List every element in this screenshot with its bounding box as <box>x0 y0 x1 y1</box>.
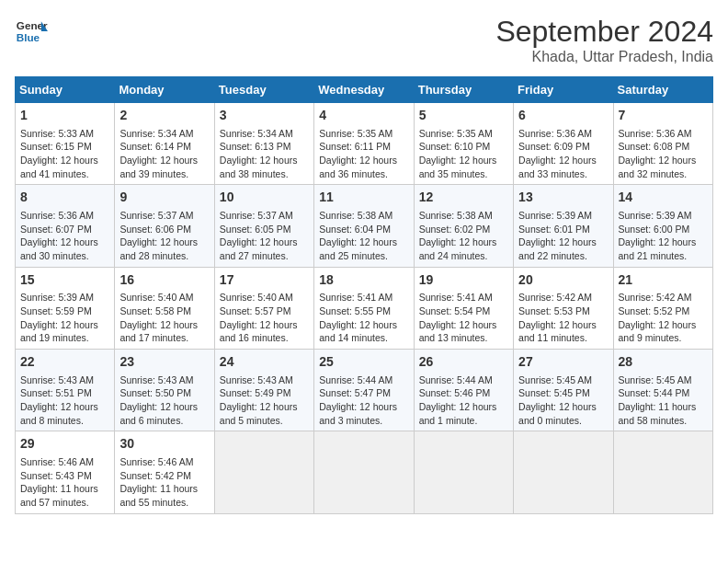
day-number: 14 <box>619 189 708 207</box>
calendar-week-row: 15Sunrise: 5:39 AMSunset: 5:59 PMDayligh… <box>16 267 713 349</box>
logo-icon: General Blue <box>15 15 48 48</box>
calendar-day-cell: 4Sunrise: 5:35 AMSunset: 6:11 PMDaylight… <box>314 103 414 185</box>
day-number: 7 <box>619 107 708 125</box>
header-tuesday: Tuesday <box>214 77 313 103</box>
day-info: Sunrise: 5:46 AMSunset: 5:42 PMDaylight:… <box>119 456 198 508</box>
day-number: 27 <box>518 353 608 372</box>
day-number: 3 <box>220 107 309 125</box>
header-friday: Friday <box>514 77 613 103</box>
calendar-day-cell: 27Sunrise: 5:45 AMSunset: 5:45 PMDayligh… <box>514 350 613 431</box>
day-number: 18 <box>319 271 408 290</box>
day-number: 17 <box>220 271 309 290</box>
day-number: 10 <box>220 189 309 207</box>
calendar-day-cell <box>314 431 414 513</box>
day-number: 24 <box>220 353 309 372</box>
calendar-day-cell: 23Sunrise: 5:43 AMSunset: 5:50 PMDayligh… <box>115 350 214 431</box>
calendar-header-row: SundayMondayTuesdayWednesdayThursdayFrid… <box>16 77 713 103</box>
header-monday: Monday <box>115 77 214 103</box>
calendar-day-cell: 29Sunrise: 5:46 AMSunset: 5:43 PMDayligh… <box>16 431 115 513</box>
logo: General Blue <box>15 15 48 48</box>
day-info: Sunrise: 5:36 AMSunset: 6:09 PMDaylight:… <box>518 128 597 179</box>
day-number: 30 <box>119 435 209 454</box>
calendar-day-cell: 10Sunrise: 5:37 AMSunset: 6:05 PMDayligh… <box>214 185 313 267</box>
day-info: Sunrise: 5:36 AMSunset: 6:07 PMDaylight:… <box>20 210 98 261</box>
day-info: Sunrise: 5:38 AMSunset: 6:02 PMDaylight:… <box>419 210 497 261</box>
day-info: Sunrise: 5:40 AMSunset: 5:57 PMDaylight:… <box>220 292 298 343</box>
day-info: Sunrise: 5:40 AMSunset: 5:58 PMDaylight:… <box>119 292 198 343</box>
day-number: 28 <box>619 353 708 372</box>
calendar-day-cell: 22Sunrise: 5:43 AMSunset: 5:51 PMDayligh… <box>16 350 115 431</box>
day-number: 4 <box>319 107 408 125</box>
calendar-day-cell: 21Sunrise: 5:42 AMSunset: 5:52 PMDayligh… <box>613 267 712 349</box>
day-info: Sunrise: 5:34 AMSunset: 6:14 PMDaylight:… <box>119 128 198 179</box>
day-info: Sunrise: 5:39 AMSunset: 6:01 PMDaylight:… <box>518 210 597 261</box>
calendar-day-cell: 8Sunrise: 5:36 AMSunset: 6:07 PMDaylight… <box>16 185 115 267</box>
day-number: 20 <box>518 271 608 290</box>
day-info: Sunrise: 5:45 AMSunset: 5:44 PMDaylight:… <box>619 374 697 426</box>
day-number: 26 <box>419 353 508 372</box>
day-number: 8 <box>20 189 109 207</box>
calendar-week-row: 29Sunrise: 5:46 AMSunset: 5:43 PMDayligh… <box>16 431 713 513</box>
calendar-week-row: 22Sunrise: 5:43 AMSunset: 5:51 PMDayligh… <box>16 350 713 431</box>
calendar-day-cell: 15Sunrise: 5:39 AMSunset: 5:59 PMDayligh… <box>16 267 115 349</box>
day-info: Sunrise: 5:44 AMSunset: 5:47 PMDaylight:… <box>319 374 397 426</box>
calendar-day-cell: 12Sunrise: 5:38 AMSunset: 6:02 PMDayligh… <box>414 185 513 267</box>
calendar-day-cell <box>613 431 712 513</box>
header-wednesday: Wednesday <box>314 77 414 103</box>
calendar-day-cell: 25Sunrise: 5:44 AMSunset: 5:47 PMDayligh… <box>314 350 414 431</box>
calendar-day-cell <box>214 431 313 513</box>
day-info: Sunrise: 5:42 AMSunset: 5:53 PMDaylight:… <box>518 292 597 343</box>
day-info: Sunrise: 5:34 AMSunset: 6:13 PMDaylight:… <box>220 128 298 179</box>
day-info: Sunrise: 5:37 AMSunset: 6:05 PMDaylight:… <box>220 210 298 261</box>
day-info: Sunrise: 5:45 AMSunset: 5:45 PMDaylight:… <box>518 374 597 426</box>
page-subtitle: Khada, Uttar Pradesh, India <box>495 49 713 65</box>
calendar-day-cell: 1Sunrise: 5:33 AMSunset: 6:15 PMDaylight… <box>16 103 115 185</box>
calendar-day-cell <box>414 431 513 513</box>
header-saturday: Saturday <box>613 77 712 103</box>
calendar-day-cell: 6Sunrise: 5:36 AMSunset: 6:09 PMDaylight… <box>514 103 613 185</box>
calendar-day-cell: 3Sunrise: 5:34 AMSunset: 6:13 PMDaylight… <box>214 103 313 185</box>
calendar-day-cell: 19Sunrise: 5:41 AMSunset: 5:54 PMDayligh… <box>414 267 513 349</box>
calendar-day-cell: 30Sunrise: 5:46 AMSunset: 5:42 PMDayligh… <box>115 431 214 513</box>
day-info: Sunrise: 5:39 AMSunset: 5:59 PMDaylight:… <box>20 292 98 343</box>
calendar-day-cell: 11Sunrise: 5:38 AMSunset: 6:04 PMDayligh… <box>314 185 414 267</box>
day-number: 21 <box>619 271 708 290</box>
day-info: Sunrise: 5:43 AMSunset: 5:49 PMDaylight:… <box>220 374 298 426</box>
day-number: 23 <box>119 353 209 372</box>
day-number: 19 <box>419 271 508 290</box>
day-info: Sunrise: 5:44 AMSunset: 5:46 PMDaylight:… <box>419 374 497 426</box>
day-number: 29 <box>20 435 109 454</box>
calendar-table: SundayMondayTuesdayWednesdayThursdayFrid… <box>15 76 713 514</box>
title-area: September 2024 Khada, Uttar Pradesh, Ind… <box>495 15 713 65</box>
day-number: 15 <box>20 271 109 290</box>
calendar-week-row: 8Sunrise: 5:36 AMSunset: 6:07 PMDaylight… <box>16 185 713 267</box>
day-info: Sunrise: 5:37 AMSunset: 6:06 PMDaylight:… <box>119 210 198 261</box>
calendar-day-cell: 13Sunrise: 5:39 AMSunset: 6:01 PMDayligh… <box>514 185 613 267</box>
day-number: 2 <box>119 107 209 125</box>
calendar-day-cell: 5Sunrise: 5:35 AMSunset: 6:10 PMDaylight… <box>414 103 513 185</box>
day-number: 11 <box>319 189 408 207</box>
day-number: 13 <box>518 189 608 207</box>
calendar-day-cell: 18Sunrise: 5:41 AMSunset: 5:55 PMDayligh… <box>314 267 414 349</box>
day-info: Sunrise: 5:46 AMSunset: 5:43 PMDaylight:… <box>20 456 98 508</box>
calendar-day-cell: 16Sunrise: 5:40 AMSunset: 5:58 PMDayligh… <box>115 267 214 349</box>
calendar-day-cell: 14Sunrise: 5:39 AMSunset: 6:00 PMDayligh… <box>613 185 712 267</box>
calendar-day-cell: 17Sunrise: 5:40 AMSunset: 5:57 PMDayligh… <box>214 267 313 349</box>
calendar-day-cell: 7Sunrise: 5:36 AMSunset: 6:08 PMDaylight… <box>613 103 712 185</box>
day-info: Sunrise: 5:41 AMSunset: 5:54 PMDaylight:… <box>419 292 497 343</box>
header-sunday: Sunday <box>16 77 115 103</box>
svg-text:Blue: Blue <box>17 31 40 43</box>
calendar-day-cell: 26Sunrise: 5:44 AMSunset: 5:46 PMDayligh… <box>414 350 513 431</box>
day-number: 25 <box>319 353 408 372</box>
day-info: Sunrise: 5:35 AMSunset: 6:10 PMDaylight:… <box>419 128 497 179</box>
calendar-day-cell: 28Sunrise: 5:45 AMSunset: 5:44 PMDayligh… <box>613 350 712 431</box>
day-number: 16 <box>119 271 209 290</box>
calendar-day-cell: 2Sunrise: 5:34 AMSunset: 6:14 PMDaylight… <box>115 103 214 185</box>
day-info: Sunrise: 5:36 AMSunset: 6:08 PMDaylight:… <box>619 128 697 179</box>
day-info: Sunrise: 5:35 AMSunset: 6:11 PMDaylight:… <box>319 128 397 179</box>
day-info: Sunrise: 5:33 AMSunset: 6:15 PMDaylight:… <box>20 128 98 179</box>
day-info: Sunrise: 5:42 AMSunset: 5:52 PMDaylight:… <box>619 292 697 343</box>
calendar-day-cell <box>514 431 613 513</box>
calendar-day-cell: 24Sunrise: 5:43 AMSunset: 5:49 PMDayligh… <box>214 350 313 431</box>
calendar-day-cell: 20Sunrise: 5:42 AMSunset: 5:53 PMDayligh… <box>514 267 613 349</box>
